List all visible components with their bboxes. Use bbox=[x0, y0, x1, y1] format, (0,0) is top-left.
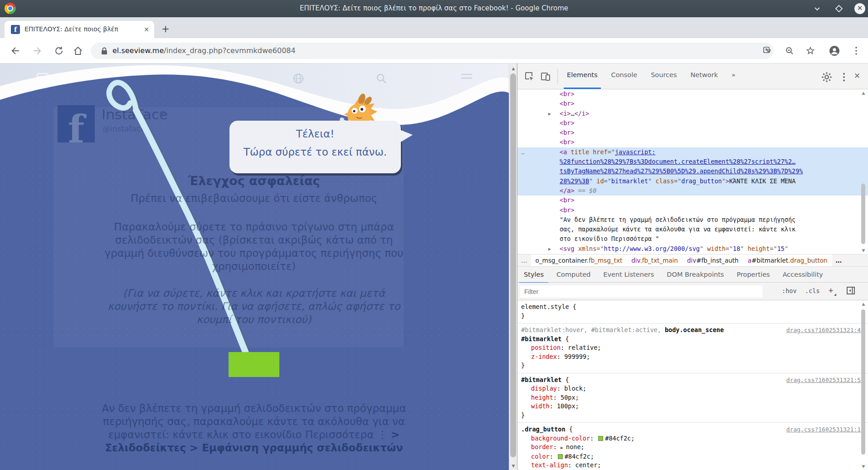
devtools-tab-sources[interactable]: Sources bbox=[644, 64, 683, 89]
sidebar-tab-properties[interactable]: Properties bbox=[730, 267, 776, 283]
crumbs-overflow-right[interactable]: … bbox=[832, 257, 846, 264]
devtools-more-tabs-chevron[interactable]: » bbox=[725, 64, 742, 89]
scroll-up-icon[interactable]: ▲ bbox=[509, 66, 517, 71]
zoom-out-icon[interactable] bbox=[785, 46, 794, 55]
styles-scrollbar-thumb[interactable] bbox=[861, 309, 865, 455]
css-property[interactable]: height: 50px; bbox=[521, 393, 864, 402]
code-token-attr: height bbox=[744, 245, 770, 252]
css-property[interactable]: z-index: 999999; bbox=[521, 352, 864, 362]
sidebar-tab-computed[interactable]: Computed bbox=[550, 267, 597, 283]
dom-tree-row[interactable]: </a> == $0 bbox=[517, 186, 868, 196]
stylesheet-link[interactable]: drag.css?1602531321:53 bbox=[786, 376, 864, 385]
css-property[interactable]: color: #84cf2c; bbox=[521, 452, 864, 461]
inspect-element-icon[interactable] bbox=[524, 71, 535, 82]
sidebar-tab-dom-breakpoints[interactable]: DOM Breakpoints bbox=[660, 267, 730, 283]
elements-scroll-down-icon[interactable]: ▼ bbox=[860, 248, 867, 253]
dom-tree-row[interactable]: ▶<i>…</i> bbox=[517, 109, 868, 118]
address-bar[interactable]: el.seeview.me/index_drag.php?cevmmkdwe60… bbox=[91, 43, 774, 59]
dom-tree-row[interactable]: <br> bbox=[517, 89, 868, 99]
dom-tree-row[interactable]: <br> bbox=[517, 99, 868, 108]
page-scrollbar[interactable]: ▲ ▼ bbox=[509, 64, 517, 470]
computed-sidebar-dock-icon[interactable] bbox=[847, 287, 855, 294]
reload-icon[interactable] bbox=[54, 45, 64, 56]
page-scrollbar-thumb[interactable] bbox=[510, 73, 516, 457]
new-style-rule-button[interactable]: + bbox=[829, 286, 833, 295]
stylesheet-link[interactable]: drag.css?1602531321:18 bbox=[786, 425, 864, 434]
sidebar-tab-accessibility[interactable]: Accessibility bbox=[776, 267, 829, 283]
translate-icon[interactable] bbox=[763, 46, 772, 55]
elements-scroll-up-icon[interactable]: ▲ bbox=[860, 91, 867, 95]
dom-tree-row[interactable]: <br> bbox=[517, 137, 868, 147]
dom-tree-row[interactable]: ▶<svg xmlns="http://www.w3.org/2000/svg"… bbox=[517, 244, 868, 254]
sidebar-tab-event-listeners[interactable]: Event Listeners bbox=[597, 267, 660, 283]
settings-gear-icon[interactable] bbox=[821, 72, 832, 83]
new-tab-button[interactable]: + bbox=[160, 24, 171, 35]
elements-scrollbar[interactable]: ▲ ▼ bbox=[860, 89, 867, 254]
code-token-tag: <a bbox=[560, 148, 567, 156]
css-property[interactable]: background-color: #84cf2c; bbox=[521, 434, 864, 443]
styles-scroll-down-icon[interactable]: ▼ bbox=[860, 464, 867, 469]
window-maximize-icon[interactable] bbox=[834, 3, 844, 14]
browser-tab[interactable]: f ΕΠΙΤΕΛΟΥΣ: Δείτε ποιος βλέπ ✕ bbox=[5, 21, 154, 38]
devtools-menu-kebab-icon[interactable] bbox=[839, 72, 849, 83]
toggle-hover-state[interactable]: :hov bbox=[782, 287, 797, 294]
breadcrumb-node[interactable]: o_msg_container.fb_msg_txt bbox=[531, 255, 627, 266]
forward-icon[interactable] bbox=[32, 45, 43, 56]
stylesheet-link[interactable]: drag.css?1602531321:44 bbox=[786, 326, 864, 335]
devtools-tab-network[interactable]: Network bbox=[684, 64, 725, 89]
color-swatch[interactable] bbox=[598, 436, 603, 441]
bookmark-star-icon[interactable] bbox=[806, 46, 815, 55]
color-swatch[interactable] bbox=[558, 454, 563, 459]
code-token-tag: > bbox=[726, 177, 729, 185]
window-minimize-icon[interactable] bbox=[812, 3, 823, 14]
dom-tree-row[interactable]: 28%29%3B" id="bitmarklet" class="drag_bu… bbox=[517, 176, 868, 186]
property-expand-icon: ▶ bbox=[561, 445, 566, 450]
elements-scrollbar-thumb[interactable] bbox=[861, 184, 865, 244]
lock-icon[interactable] bbox=[100, 47, 109, 56]
dom-tree-row[interactable]: %28function%28%29%7Bs%3Ddocument.createE… bbox=[517, 157, 868, 166]
devtools-close-icon[interactable]: ✕ bbox=[854, 71, 865, 82]
dom-tree-row[interactable]: <br> bbox=[517, 118, 868, 128]
dom-tree-row[interactable]: <br> bbox=[517, 196, 868, 205]
breadcrumb-node[interactable]: div#fb_inst_auth bbox=[683, 255, 743, 266]
devtools-tab-elements[interactable]: Elements bbox=[560, 64, 605, 89]
styles-scroll-up-icon[interactable]: ▲ bbox=[860, 302, 867, 306]
dom-tree-row[interactable]: …<a title href="javascript: bbox=[517, 147, 868, 157]
breadcrumb-node[interactable]: a#bitmarklet.drag_button bbox=[743, 255, 832, 266]
device-toolbar-icon[interactable] bbox=[540, 71, 551, 82]
selected-node-ellipsis-icon[interactable]: … bbox=[521, 147, 525, 157]
css-property[interactable]: text-align: center; bbox=[521, 461, 864, 470]
dom-tree-row[interactable]: <br> bbox=[517, 128, 868, 137]
crumbs-overflow-left[interactable]: … bbox=[517, 257, 531, 264]
dom-tree-row[interactable]: στο εικονίδιο Περισσότερα " bbox=[517, 234, 868, 244]
styles-pane: element.style {}drag.css?1602531321:44#b… bbox=[517, 300, 868, 470]
drag-button-green-block[interactable] bbox=[229, 352, 279, 377]
dom-tree-row[interactable]: tsByTagName%28%27head%27%29%5B0%5D%29.ap… bbox=[517, 166, 868, 176]
css-property[interactable]: display: block; bbox=[521, 384, 864, 393]
dom-tree-row[interactable]: <br> bbox=[517, 206, 868, 215]
scroll-down-icon[interactable]: ▼ bbox=[509, 464, 517, 468]
code-token-val: bitmarklet bbox=[611, 177, 648, 185]
expand-arrow-icon[interactable]: ▶ bbox=[548, 244, 551, 254]
dom-tree-row[interactable]: "Αν δεν βλέπετε τη γραμμή σελιδοδεικτών … bbox=[517, 215, 868, 225]
code-token-attr: class bbox=[652, 177, 674, 185]
styles-filter-input[interactable] bbox=[520, 285, 762, 298]
toggle-classes[interactable]: .cls bbox=[805, 287, 820, 294]
breadcrumb-node[interactable]: div.fb_txt_main bbox=[627, 255, 683, 266]
browser-menu-kebab-icon[interactable] bbox=[851, 45, 862, 56]
css-property[interactable]: width: 100px; bbox=[521, 402, 864, 411]
devtools-tab-console[interactable]: Console bbox=[605, 64, 644, 89]
dom-tree-row[interactable]: σας, παρακαλούμε κάντε τα ακόλουθα για ν… bbox=[517, 225, 868, 234]
css-property[interactable]: position: relative; bbox=[521, 343, 864, 352]
styles-scrollbar[interactable]: ▲ ▼ bbox=[860, 300, 867, 470]
home-icon[interactable] bbox=[73, 45, 83, 56]
back-icon[interactable] bbox=[10, 45, 21, 56]
expand-arrow-icon[interactable]: ▶ bbox=[548, 109, 551, 118]
code-token-meta: == $0 bbox=[575, 187, 597, 194]
code-token-attr: id bbox=[593, 177, 604, 185]
css-property[interactable]: border: ▶ none; bbox=[521, 443, 864, 452]
tab-close-icon[interactable]: ✕ bbox=[142, 25, 151, 34]
window-close-icon[interactable]: ✕ bbox=[854, 3, 865, 14]
profile-avatar-icon[interactable] bbox=[829, 45, 840, 56]
sidebar-tab-styles[interactable]: Styles bbox=[517, 267, 550, 283]
